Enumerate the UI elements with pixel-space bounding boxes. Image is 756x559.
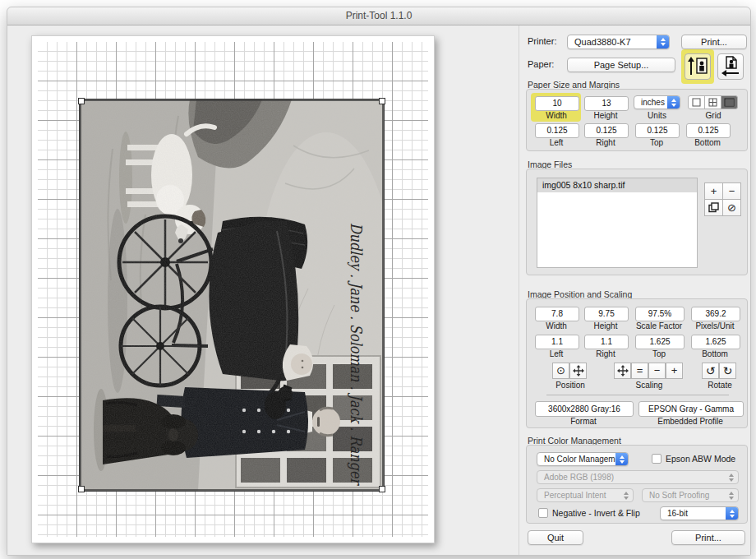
soft-proofing-value: No Soft Proofing bbox=[649, 491, 709, 500]
rotate-cw-button[interactable]: ↻ bbox=[719, 363, 736, 379]
landscape-orientation-icon bbox=[718, 54, 743, 79]
scale-fit-button[interactable] bbox=[614, 363, 631, 379]
popup-stepper-icon bbox=[726, 506, 739, 520]
title-bar: Print-Tool 1.1.0 bbox=[7, 7, 750, 25]
margin-bottom-field[interactable]: 0.125 bbox=[686, 123, 731, 138]
margin-top-field[interactable]: 0.125 bbox=[635, 123, 680, 138]
color-management-value: No Color Management bbox=[544, 455, 627, 464]
content-area: Dudley . Jane . Soloman . Jack . Ranger … bbox=[7, 25, 750, 555]
grid-fine-button[interactable] bbox=[721, 95, 738, 109]
resize-handle-bottom-left[interactable] bbox=[78, 486, 85, 492]
section-divider bbox=[546, 395, 729, 395]
margin-right-field[interactable]: 0.125 bbox=[584, 123, 629, 138]
rotate-ccw-button[interactable]: ↺ bbox=[702, 363, 719, 379]
portrait-orientation-icon bbox=[685, 54, 710, 79]
add-image-button[interactable]: + bbox=[704, 182, 723, 200]
image-files-section: img005 8x10 sharp.tif + − ⊘ bbox=[526, 169, 748, 275]
popup-chevrons-icon bbox=[624, 492, 629, 500]
color-mgmt-section: No Color Management Epson ABW Mode Adobe… bbox=[526, 445, 748, 524]
image-height-label: Height bbox=[584, 321, 627, 330]
color-management-select[interactable]: No Color Management bbox=[537, 452, 629, 466]
soft-proofing-select[interactable]: No Soft Proofing bbox=[642, 488, 739, 502]
grid-coarse-button[interactable] bbox=[704, 95, 721, 109]
position-label: Position bbox=[546, 381, 595, 390]
quit-button[interactable]: Quit bbox=[528, 530, 583, 545]
print-button-bottom[interactable]: Print... bbox=[671, 530, 745, 545]
embedded-profile-field: EPSON Gray - Gamma bbox=[638, 401, 744, 417]
margin-left-field[interactable]: 0.125 bbox=[535, 123, 579, 138]
image-files-list[interactable]: img005 8x10 sharp.tif bbox=[537, 178, 698, 268]
paper-label: Paper: bbox=[528, 59, 554, 69]
remove-image-button[interactable]: − bbox=[722, 182, 741, 200]
duplicate-icon bbox=[708, 202, 719, 213]
print-image[interactable]: Dudley . Jane . Soloman . Jack . Ranger bbox=[79, 99, 385, 492]
image-width-label: Width bbox=[535, 321, 578, 330]
popup-chevrons-icon bbox=[729, 474, 734, 482]
pixels-unit-field[interactable]: 369.2 bbox=[691, 307, 740, 321]
grid-label: Grid bbox=[688, 111, 739, 120]
image-file-item[interactable]: img005 8x10 sharp.tif bbox=[537, 178, 697, 192]
image-top-field[interactable]: 1.625 bbox=[635, 335, 685, 349]
orientation-portrait-button[interactable] bbox=[685, 53, 711, 80]
move-icon bbox=[573, 365, 584, 377]
epson-abw-checkbox[interactable] bbox=[652, 454, 662, 464]
clear-images-button[interactable]: ⊘ bbox=[722, 199, 741, 216]
move-icon bbox=[617, 365, 629, 377]
printer-select[interactable]: Quad3880-K7 bbox=[567, 35, 670, 49]
orientation-landscape-button[interactable] bbox=[717, 53, 744, 80]
image-top-label: Top bbox=[635, 349, 683, 358]
image-width-field[interactable]: 7.8 bbox=[535, 307, 579, 321]
units-select[interactable]: inches bbox=[634, 95, 680, 109]
resize-handle-top-right[interactable] bbox=[379, 98, 385, 104]
scale-equal-button[interactable]: = bbox=[631, 363, 648, 379]
units-label: Units bbox=[634, 111, 680, 120]
popup-stepper-icon bbox=[615, 452, 629, 466]
margin-left-label: Left bbox=[535, 138, 578, 147]
scale-factor-field[interactable]: 97.5% bbox=[635, 307, 685, 321]
paper-width-label: Width bbox=[535, 111, 578, 120]
printer-select-value: Quad3880-K7 bbox=[574, 37, 631, 47]
paper-height-field[interactable]: 13 bbox=[584, 96, 629, 111]
resize-handle-top-left[interactable] bbox=[78, 98, 85, 104]
popup-stepper-icon bbox=[667, 95, 680, 109]
bit-depth-select[interactable]: 16-bit bbox=[660, 506, 739, 520]
bit-depth-value: 16-bit bbox=[667, 509, 688, 518]
format-label: Format bbox=[535, 417, 632, 426]
image-right-field[interactable]: 1.1 bbox=[584, 335, 629, 349]
pixels-unit-label: Pixels/Unit bbox=[688, 321, 742, 330]
intent-value: Perceptual Intent bbox=[544, 491, 606, 500]
rotate-label: Rotate bbox=[695, 381, 744, 390]
scale-down-button[interactable]: − bbox=[648, 363, 666, 379]
margin-top-label: Top bbox=[635, 138, 678, 147]
position-move-button[interactable] bbox=[569, 363, 587, 379]
position-center-button[interactable]: ⊙ bbox=[552, 363, 569, 379]
scale-factor-label: Scale Factor bbox=[630, 321, 688, 330]
controls-panel: Printer: Quad3880-K7 Print... Paper: Pag… bbox=[519, 25, 750, 555]
grid-off-button[interactable] bbox=[688, 95, 705, 109]
profile-select[interactable]: Adobe RGB (1998) bbox=[537, 470, 739, 484]
image-right-label: Right bbox=[584, 349, 627, 358]
app-window: Print-Tool 1.1.0 bbox=[7, 7, 751, 556]
page-setup-button[interactable]: Page Setup... bbox=[567, 58, 675, 72]
margin-bottom-label: Bottom bbox=[686, 138, 729, 147]
image-height-field[interactable]: 9.75 bbox=[584, 307, 629, 321]
units-select-value: inches bbox=[641, 98, 665, 107]
negative-checkbox[interactable] bbox=[538, 508, 548, 518]
image-left-label: Left bbox=[535, 349, 578, 358]
scale-up-button[interactable]: + bbox=[666, 363, 683, 379]
pos-scale-section: 7.8 Width 9.75 Height 97.5% Scale Factor… bbox=[526, 298, 748, 428]
paper-size-section: 10 Width 13 Height inches Units bbox=[526, 89, 748, 151]
paper-width-field[interactable]: 10 bbox=[535, 96, 579, 111]
popup-chevrons-icon bbox=[729, 492, 734, 500]
intent-select[interactable]: Perceptual Intent bbox=[537, 488, 634, 502]
grid-style-segmented bbox=[688, 95, 738, 109]
profile-value: Adobe RGB (1998) bbox=[544, 473, 614, 482]
grid-off-icon bbox=[692, 98, 701, 107]
image-left-field[interactable]: 1.1 bbox=[535, 335, 579, 349]
photo-artwork: Dudley . Jane . Soloman . Jack . Ranger bbox=[80, 99, 384, 491]
resize-handle-bottom-right[interactable] bbox=[379, 486, 385, 492]
embedded-profile-label: Embedded Profile bbox=[638, 417, 742, 426]
image-bottom-field[interactable]: 1.625 bbox=[691, 335, 740, 349]
print-button-top[interactable]: Print... bbox=[681, 35, 747, 49]
duplicate-image-button[interactable] bbox=[704, 199, 723, 216]
